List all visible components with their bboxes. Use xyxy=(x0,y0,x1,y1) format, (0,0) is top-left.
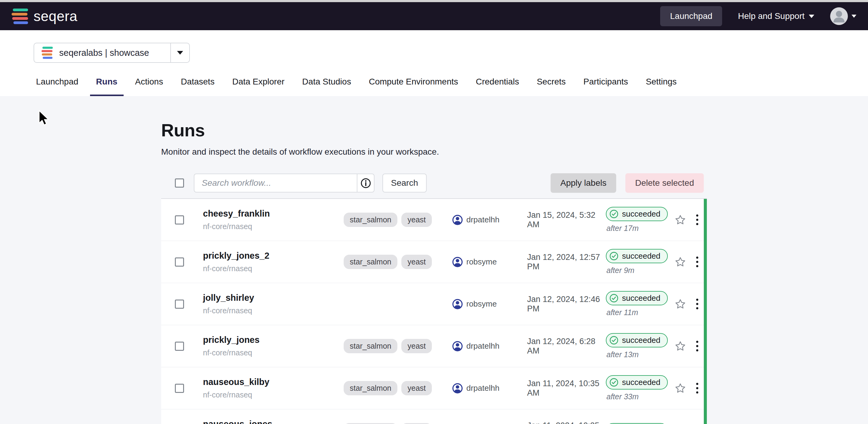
run-options-menu-button[interactable] xyxy=(690,339,704,353)
kebab-menu-icon xyxy=(695,339,700,353)
run-label-pill[interactable]: star_salmon xyxy=(344,339,397,353)
help-and-support-menu[interactable]: Help and Support xyxy=(738,11,814,21)
run-date: Jan 12, 2024, 6:28 AM xyxy=(527,337,606,356)
run-row: cheesy_franklin nf-core/rnaseq star_salm… xyxy=(161,199,707,241)
search-button[interactable]: Search xyxy=(382,173,427,193)
run-duration: after 13m xyxy=(607,350,639,359)
apply-labels-button[interactable]: Apply labels xyxy=(551,173,616,193)
run-row-checkbox[interactable] xyxy=(175,384,184,393)
run-row-checkbox[interactable] xyxy=(175,257,184,267)
tab-data-studios[interactable]: Data Studios xyxy=(296,77,357,96)
tab-participants[interactable]: Participants xyxy=(578,77,634,96)
run-name-link[interactable]: nauseous_jones xyxy=(203,419,323,424)
avatar xyxy=(830,7,848,25)
run-label-pill[interactable]: yeast xyxy=(401,255,432,269)
kebab-menu-icon xyxy=(695,255,700,268)
tab-launchpad[interactable]: Launchpad xyxy=(30,77,85,96)
workspace-selector[interactable]: seqeralabs | showcase xyxy=(34,43,190,63)
search-input[interactable] xyxy=(194,173,357,193)
select-all-checkbox[interactable] xyxy=(175,178,184,188)
tab-data-explorer[interactable]: Data Explorer xyxy=(226,77,290,96)
tab-actions[interactable]: Actions xyxy=(129,77,169,96)
star-icon xyxy=(675,214,686,226)
status-badge: succeeded xyxy=(606,249,668,263)
mouse-cursor xyxy=(37,109,51,127)
status-badge: succeeded xyxy=(606,333,668,348)
run-name-link[interactable]: prickly_jones_2 xyxy=(203,251,323,261)
workspace-name: seqeralabs | showcase xyxy=(59,48,149,58)
status-text: succeeded xyxy=(622,293,660,303)
run-pipeline: nf-core/rnaseq xyxy=(203,390,323,399)
run-label-pill[interactable]: star_salmon xyxy=(344,381,397,395)
star-run-button[interactable] xyxy=(671,214,690,226)
run-row: nauseous_kilby nf-core/rnaseq star_salmo… xyxy=(161,367,707,410)
run-row: nauseous_jones nf-core/rnaseq star_salmo… xyxy=(161,410,707,424)
check-circle-icon xyxy=(609,209,619,219)
run-row: prickly_jones nf-core/rnaseq star_salmon… xyxy=(161,325,707,367)
kebab-menu-icon xyxy=(695,297,700,311)
user-icon xyxy=(452,257,463,267)
star-icon xyxy=(675,256,686,268)
run-row-checkbox[interactable] xyxy=(175,299,184,309)
run-label-pill[interactable]: yeast xyxy=(401,213,432,227)
tab-settings[interactable]: Settings xyxy=(640,77,683,96)
run-user-name: robsyme xyxy=(466,299,497,309)
page-subtitle: Monitor and inspect the details of workf… xyxy=(161,147,707,157)
run-label-pill[interactable]: yeast xyxy=(401,339,432,353)
tab-runs[interactable]: Runs xyxy=(90,77,124,96)
star-icon xyxy=(675,383,686,394)
status-badge: succeeded xyxy=(606,375,668,390)
run-label-pill[interactable]: yeast xyxy=(401,381,432,395)
star-run-button[interactable] xyxy=(671,298,690,310)
launchpad-nav-button[interactable]: Launchpad xyxy=(660,6,722,26)
run-options-menu-button[interactable] xyxy=(690,297,704,311)
run-name-link[interactable]: prickly_jones xyxy=(203,335,323,345)
check-circle-icon xyxy=(609,335,619,345)
run-duration: after 11m xyxy=(607,308,638,317)
run-date: Jan 15, 2024, 5:32 AM xyxy=(527,210,606,229)
run-labels: star_salmonyeast xyxy=(323,381,432,395)
tab-credentials[interactable]: Credentials xyxy=(470,77,525,96)
run-row: prickly_jones_2 nf-core/rnaseq star_salm… xyxy=(161,241,707,283)
star-run-button[interactable] xyxy=(671,383,690,394)
user-avatar-menu[interactable] xyxy=(830,7,857,25)
run-name-link[interactable]: jolly_shirley xyxy=(203,293,323,303)
run-name-link[interactable]: nauseous_kilby xyxy=(203,377,323,387)
run-pipeline: nf-core/rnaseq xyxy=(203,306,323,315)
star-run-button[interactable] xyxy=(671,256,690,268)
run-label-pill[interactable]: star_salmon xyxy=(344,213,397,227)
run-options-menu-button[interactable] xyxy=(690,255,704,268)
chevron-down-icon xyxy=(177,51,183,55)
check-circle-icon xyxy=(609,378,619,387)
run-duration: after 33m xyxy=(607,392,639,401)
status-badge: succeeded xyxy=(606,291,668,305)
user-icon xyxy=(452,383,463,394)
status-text: succeeded xyxy=(622,251,660,261)
run-date: Jan 11, 2024, 10:35 AM xyxy=(527,421,606,424)
run-name-link[interactable]: cheesy_franklin xyxy=(203,209,323,219)
workspace-dropdown-button[interactable] xyxy=(170,43,189,62)
tab-bar: LaunchpadRunsActionsDatasetsData Explore… xyxy=(0,63,868,96)
status-accent-bar xyxy=(704,199,707,424)
check-circle-icon xyxy=(609,293,619,303)
run-user-name: drpatelhh xyxy=(466,215,499,225)
status-badge: succeeded xyxy=(606,207,668,221)
user-icon xyxy=(452,215,463,225)
run-options-menu-button[interactable] xyxy=(690,213,704,226)
run-label-pill[interactable]: star_salmon xyxy=(344,255,397,269)
tab-compute-environments[interactable]: Compute Environments xyxy=(363,77,464,96)
run-row-checkbox[interactable] xyxy=(175,215,184,225)
search-info-button[interactable] xyxy=(357,173,374,193)
runs-table: cheesy_franklin nf-core/rnaseq star_salm… xyxy=(161,198,707,424)
user-icon xyxy=(452,299,463,309)
main-content: Runs Monitor and inspect the details of … xyxy=(0,96,868,424)
delete-selected-button[interactable]: Delete selected xyxy=(625,173,704,193)
tab-secrets[interactable]: Secrets xyxy=(531,77,572,96)
star-icon xyxy=(675,298,686,310)
run-options-menu-button[interactable] xyxy=(690,382,704,395)
tab-datasets[interactable]: Datasets xyxy=(175,77,221,96)
run-pipeline: nf-core/rnaseq xyxy=(203,264,323,273)
seqera-logo[interactable]: seqera xyxy=(11,8,78,24)
run-row-checkbox[interactable] xyxy=(175,341,184,351)
star-run-button[interactable] xyxy=(671,340,690,352)
